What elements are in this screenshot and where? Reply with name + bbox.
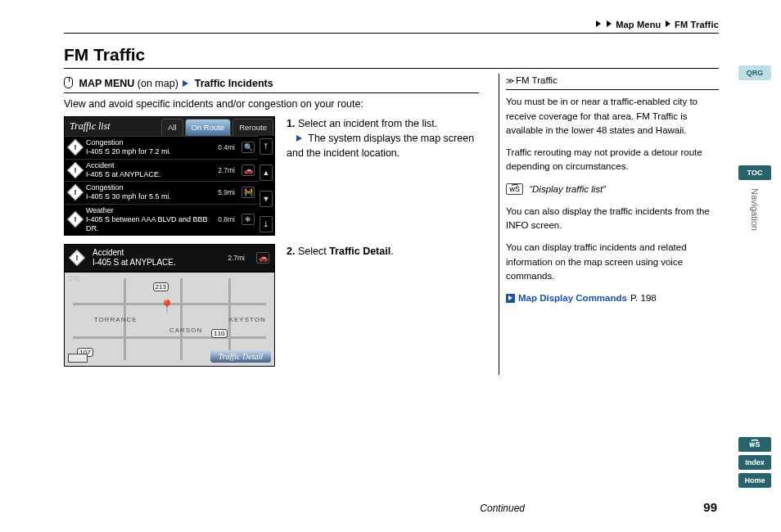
step2-pre: Select <box>298 246 329 257</box>
shot2-sub: I-405 S at ANYPLACE. <box>93 258 218 268</box>
tab-reroute: Reroute <box>232 119 273 136</box>
continued-label: Continued <box>480 503 525 514</box>
map-area: SW TORRANCE CARSON KEYSTON 107 213 110 📍 <box>65 273 274 366</box>
row-sub: I-405 S between AAA BLVD and BBB DR. <box>86 215 213 234</box>
breadcrumb-b: FM Traffic <box>675 20 719 29</box>
side-header: FM Traffic <box>516 74 558 88</box>
incident-icon: ! <box>67 184 84 201</box>
scroll-down-icon: ▼ <box>260 191 273 207</box>
incident-icon: ! <box>69 250 85 266</box>
shot2-title: Accident <box>93 248 218 258</box>
step1-sub: The system displays the map screen and t… <box>287 133 474 159</box>
step2-bold: Traffic Detail <box>329 246 390 257</box>
tab-all: All <box>161 119 183 136</box>
map-pin-icon: 📍 <box>159 299 175 314</box>
row-sub: I-405 S 30 mph for 5.5 mi. <box>86 192 213 201</box>
scroll-bottom-icon: ⤓ <box>260 216 273 232</box>
scale-bar <box>68 354 88 363</box>
compass-label: SW <box>68 274 80 282</box>
tab-on-route: On Route <box>185 119 232 136</box>
link-page: P. 198 <box>630 291 657 305</box>
path-item: Traffic Incidents <box>195 78 273 89</box>
link-arrow-icon <box>506 294 515 303</box>
route-shield: 213 <box>153 282 169 291</box>
chevron-right-icon <box>666 20 670 27</box>
triangle-right-icon <box>183 80 188 87</box>
page-number: 99 <box>703 500 717 514</box>
row-cat-icon: 🚧 <box>242 187 255 198</box>
list-item: ! Congestion I-405 S 30 mph for 5.5 mi. … <box>65 181 258 204</box>
rail-qrg-tab[interactable]: QRG <box>738 65 771 80</box>
chevron-right-icon <box>607 20 612 27</box>
rail-section-label: Navigation <box>750 188 760 231</box>
step2-number: 2. <box>287 246 295 257</box>
incident-icon: ! <box>67 211 84 228</box>
row-dist: 0.4mi <box>213 143 240 151</box>
row-title: Accident <box>86 161 213 170</box>
map-label: TORRANCE <box>94 316 138 323</box>
page-title: FM Traffic <box>64 45 719 65</box>
car-icon: 🚗 <box>256 252 269 264</box>
route-shield: 110 <box>211 329 227 338</box>
mouse-icon <box>64 77 73 88</box>
list-item: ! Congestion I-405 S 20 mph for 7.2 mi. … <box>65 136 258 159</box>
rail-index-tab[interactable]: Index <box>738 455 771 470</box>
row-cat-icon: 🔍 <box>242 142 255 153</box>
row-sub: I-405 S 20 mph for 7.2 mi. <box>86 147 213 156</box>
voice-command: “Display traffic list” <box>529 184 606 194</box>
rail-toc-tab[interactable]: TOC <box>738 165 771 180</box>
step2-post: . <box>390 246 393 257</box>
side-p1: You must be in or near a traffic-enabled… <box>506 95 719 138</box>
scroll-top-icon: ⤒ <box>260 138 273 155</box>
triangle-right-icon <box>296 135 302 142</box>
screenshot-map: ! Accident I-405 S at ANYPLACE. 2.7mi 🚗 … <box>64 244 275 367</box>
side-p2: Traffic rerouting may not provide a deto… <box>506 146 719 174</box>
row-cat-icon: ❄ <box>242 214 255 225</box>
side-p3: You can also display the traffic inciden… <box>506 205 719 233</box>
row-sub: I-405 S at ANYPLACE. <box>86 170 213 179</box>
menu-path: MAP MENU (on map) Traffic Incidents <box>64 74 479 93</box>
link-text: Map Display Commands <box>518 291 627 305</box>
intro-text: View and avoid specific incidents and/or… <box>64 98 479 110</box>
path-hint: (on map) <box>138 78 178 89</box>
map-label: KEYSTON <box>229 316 266 323</box>
breadcrumb-a: Map Menu <box>616 20 661 29</box>
row-dist: 0.8mi <box>213 215 240 223</box>
traffic-detail-button: Traffic Detail <box>210 350 271 363</box>
incident-icon: ! <box>67 139 84 156</box>
map-display-commands-link[interactable]: Map Display Commands P. 198 <box>506 291 657 305</box>
row-title: Weather <box>86 206 213 215</box>
breadcrumb: Map Menu FM Traffic <box>64 20 719 29</box>
step1-text: Select an incident from the list. <box>298 118 437 129</box>
screenshot-traffic-list: Traffic list All On Route Reroute ! Cong… <box>64 116 275 236</box>
row-dist: 5.9mi <box>213 188 240 196</box>
row-title: Congestion <box>86 138 213 147</box>
incident-icon: ! <box>67 162 84 178</box>
step1-number: 1. <box>287 118 295 129</box>
voice-icon: w͡S <box>506 183 523 195</box>
scroll-up-icon: ▲ <box>260 165 273 181</box>
rail-voice-tab[interactable]: w͡S <box>738 437 771 452</box>
path-menu: MAP MENU <box>79 78 134 89</box>
row-cat-icon: 🚗 <box>242 165 255 176</box>
row-dist: 2.7mi <box>213 166 240 174</box>
row-title: Congestion <box>86 183 213 192</box>
list-item: ! Weather I-405 S between AAA BLVD and B… <box>65 204 258 236</box>
list-item: ! Accident I-405 S at ANYPLACE. 2.7mi 🚗 <box>65 159 258 182</box>
rail-home-tab[interactable]: Home <box>738 473 771 488</box>
map-label: CARSON <box>169 327 202 334</box>
chevron-right-icon <box>596 20 601 27</box>
shot2-dist: 2.7mi <box>223 254 250 262</box>
shot1-title: Traffic list <box>65 117 160 136</box>
double-chevron-icon: ≫ <box>506 74 512 87</box>
side-p4: You can display traffic incidents and re… <box>506 241 719 283</box>
